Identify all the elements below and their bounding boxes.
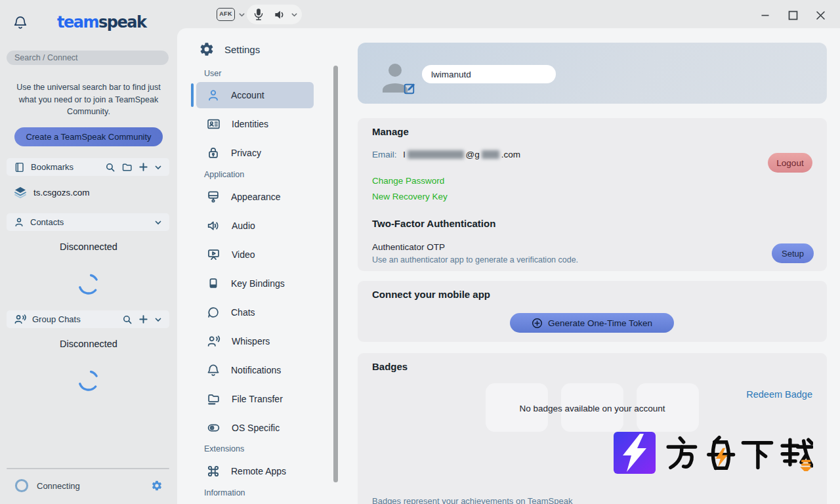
redeem-badge-link[interactable]: Redeem Badge: [746, 389, 812, 400]
group-chats-add-icon[interactable]: [138, 314, 148, 324]
create-community-button[interactable]: Create a TeamSpeak Community: [14, 127, 163, 146]
edit-avatar-icon[interactable]: [403, 81, 417, 95]
watermark-char-zhou: [702, 434, 737, 471]
bookmarks-book-icon: [14, 161, 25, 173]
badges-footer-text: Badges represent your achievements on Te…: [372, 496, 572, 504]
contacts-loading-spinner: [77, 272, 100, 296]
nav-item-privacy[interactable]: Privacy: [196, 140, 314, 166]
nav-item-identities[interactable]: Identities: [196, 111, 314, 137]
nickname-input[interactable]: [422, 65, 556, 83]
setup-2fa-button[interactable]: Setup: [772, 243, 814, 263]
nav-item-audio[interactable]: Audio: [196, 213, 314, 239]
contacts-person-icon: [14, 217, 24, 228]
nav-item-key-bindings[interactable]: Key Bindings: [196, 270, 314, 297]
watermark: 方舟下载: [614, 432, 813, 474]
nav-item-account[interactable]: Account: [196, 82, 314, 108]
nav-section-information: Information: [204, 488, 245, 497]
group-chats-chevron-down-icon[interactable]: [154, 316, 162, 324]
connection-settings-gear-icon[interactable]: [151, 480, 163, 492]
connection-status-row: Connecting: [14, 478, 80, 493]
logout-button[interactable]: Logout: [768, 153, 812, 173]
new-recovery-key-link[interactable]: New Recovery Key: [372, 192, 448, 201]
plus-circle-icon: [532, 318, 543, 329]
group-chats-label: Group Chats: [32, 314, 116, 324]
bookmarks-folder-icon[interactable]: [121, 162, 133, 173]
nav-scrollbar[interactable]: [333, 66, 338, 482]
settings-panel: Settings User Account Identities Privacy…: [177, 28, 840, 504]
settings-title: Settings: [224, 44, 260, 55]
sidebar-divider: [7, 468, 169, 469]
nav-item-whispers[interactable]: Whispers: [196, 328, 314, 354]
badges-card: Badges No badges available on your accou…: [358, 353, 827, 504]
email-row: Email: l @g .com: [372, 150, 520, 159]
change-password-link[interactable]: Change Password: [372, 176, 444, 186]
watermark-char-zai: [778, 434, 813, 471]
connecting-ring-icon: [14, 478, 29, 493]
sidebar-info-text: Use the universal search bar to find jus…: [8, 81, 169, 118]
nav-item-notifications[interactable]: Notifications: [196, 357, 314, 383]
notifications-bell-icon[interactable]: [13, 15, 28, 30]
email-visible-mid: @g: [466, 150, 480, 159]
maximize-button[interactable]: [784, 8, 802, 22]
generate-token-button[interactable]: Generate One-Time Token: [510, 313, 674, 333]
group-chats-people-icon: [14, 314, 26, 325]
afk-chevron-down-icon[interactable]: [238, 11, 245, 18]
watermark-char-xia: [740, 434, 775, 471]
bookmarks-label: Bookmarks: [31, 162, 99, 172]
bookmark-server-item[interactable]: ts.csgozs.com: [7, 183, 169, 201]
minimize-button[interactable]: [756, 8, 774, 22]
mobile-app-title: Connect your mobile app: [372, 289, 490, 300]
nav-item-appearance[interactable]: Appearance: [196, 184, 314, 210]
speaker-icon[interactable]: [274, 9, 286, 21]
group-chats-loading-spinner: [77, 369, 100, 392]
os-specific-toggle-icon: [206, 421, 221, 435]
email-label: Email:: [372, 150, 397, 159]
teamspeak-logo: teamspeak: [57, 13, 146, 32]
tfa-title: Two-Factor Authentication: [372, 218, 495, 229]
connection-status: Connecting: [37, 481, 80, 491]
mobile-app-card: Connect your mobile app Generate One-Tim…: [358, 281, 827, 342]
profile-card: [358, 43, 827, 104]
server-name: ts.csgozs.com: [33, 188, 90, 198]
nav-item-chats[interactable]: Chats: [196, 299, 314, 326]
settings-header: Settings: [199, 41, 260, 57]
group-chats-header[interactable]: Group Chats: [7, 310, 169, 328]
title-bar: teamspeak AFK: [0, 0, 840, 30]
microphone-icon[interactable]: [253, 7, 264, 22]
watermark-char-fang: [663, 434, 699, 471]
group-chats-status: Disconnected: [0, 339, 177, 349]
audio-controls-pill: [247, 5, 302, 24]
remote-apps-command-icon: [206, 464, 220, 478]
audio-chevron-down-icon[interactable]: [291, 11, 298, 18]
bookmarks-chevron-down-icon[interactable]: [154, 163, 162, 171]
bookmarks-header[interactable]: Bookmarks: [7, 158, 169, 176]
watermark-glyphs: [663, 434, 813, 471]
audio-speaker-icon: [206, 219, 221, 233]
account-person-icon: [206, 88, 220, 102]
email-redacted-1: [408, 150, 464, 159]
contacts-status: Disconnected: [0, 242, 177, 252]
nav-item-file-transfer[interactable]: File Transfer: [196, 386, 314, 412]
nav-item-os-specific[interactable]: OS Specific: [196, 415, 314, 441]
group-chats-search-icon[interactable]: [122, 314, 133, 325]
contacts-chevron-down-icon[interactable]: [154, 219, 162, 226]
file-transfer-folder-icon: [206, 392, 221, 406]
contacts-label: Contacts: [30, 217, 148, 227]
badges-title: Badges: [372, 361, 408, 372]
nav-item-remote-apps[interactable]: Remote Apps: [196, 458, 314, 484]
close-button[interactable]: [811, 8, 830, 22]
nav-item-video[interactable]: Video: [196, 242, 314, 268]
watermark-logo: [614, 432, 656, 474]
nav-section-extensions: Extensions: [204, 444, 244, 453]
nav-section-user: User: [204, 69, 221, 78]
appearance-icon: [206, 190, 220, 204]
badges-empty-text: No badges available on your account: [358, 404, 827, 413]
privacy-lock-icon: [206, 146, 220, 160]
email-redacted-2: [482, 150, 499, 159]
contacts-header[interactable]: Contacts: [7, 213, 169, 231]
search-connect-input[interactable]: [7, 51, 169, 65]
settings-gear-icon: [199, 41, 215, 57]
afk-status-button[interactable]: AFK: [217, 8, 235, 21]
bookmarks-search-icon[interactable]: [105, 162, 116, 173]
bookmarks-add-icon[interactable]: [138, 162, 148, 172]
